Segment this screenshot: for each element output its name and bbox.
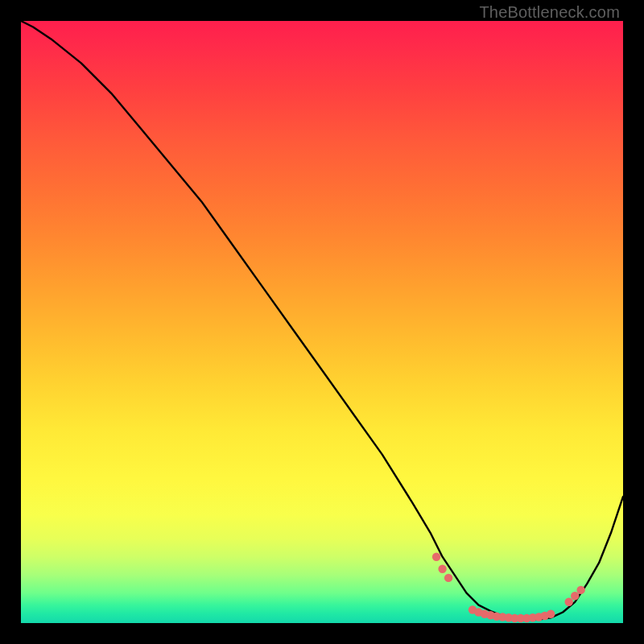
watermark-text: TheBottleneck.com: [479, 3, 620, 22]
highlight-dot: [444, 574, 452, 582]
highlight-dot: [571, 592, 579, 600]
highlight-dot: [576, 586, 584, 594]
bottleneck-curve-path: [21, 21, 623, 620]
highlight-dot: [547, 610, 555, 618]
highlight-dot: [438, 565, 446, 573]
highlight-dot: [432, 553, 440, 561]
curve-group: [21, 21, 623, 620]
plot-area: [21, 21, 623, 623]
highlight-dot: [565, 598, 573, 606]
chart-svg: [21, 21, 623, 623]
chart-frame: TheBottleneck.com: [0, 0, 644, 644]
